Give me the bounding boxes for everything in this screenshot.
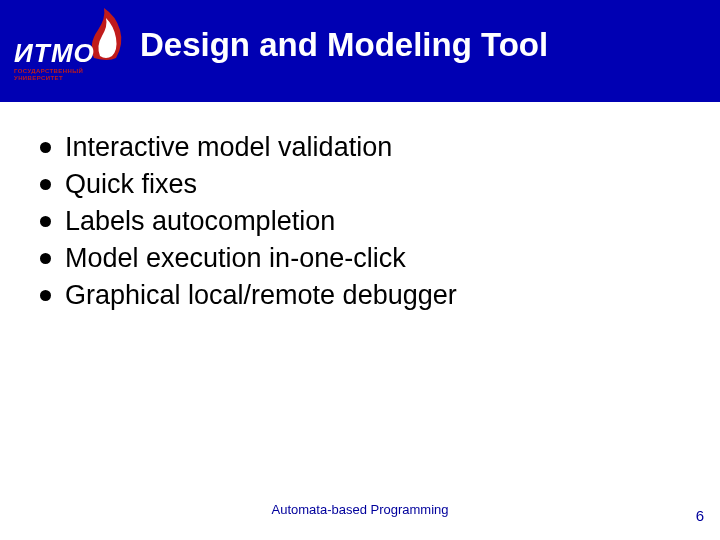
- footer-text: Automata-based Programming: [271, 502, 448, 517]
- slide-header: ИТМО ГОСУДАРСТВЕННЫЙ УНИВЕРСИТЕТ Design …: [0, 0, 720, 102]
- bullet-text: Labels autocompletion: [65, 206, 335, 237]
- bullet-text: Interactive model validation: [65, 132, 392, 163]
- bullet-icon: [40, 179, 51, 190]
- bullet-text: Graphical local/remote debugger: [65, 280, 457, 311]
- bullet-icon: [40, 253, 51, 264]
- list-item: Model execution in-one-click: [40, 243, 680, 274]
- itmo-logo: ИТМО ГОСУДАРСТВЕННЫЙ УНИВЕРСИТЕТ: [14, 6, 130, 94]
- bullet-list: Interactive model validation Quick fixes…: [40, 132, 680, 311]
- bullet-icon: [40, 216, 51, 227]
- bullet-icon: [40, 142, 51, 153]
- logo-text: ИТМО: [14, 38, 95, 69]
- list-item: Graphical local/remote debugger: [40, 280, 680, 311]
- page-number: 6: [696, 507, 704, 524]
- bullet-text: Quick fixes: [65, 169, 197, 200]
- logo-subtext: ГОСУДАРСТВЕННЫЙ УНИВЕРСИТЕТ: [14, 68, 83, 81]
- slide-footer: Automata-based Programming: [0, 500, 720, 518]
- slide-title: Design and Modeling Tool: [140, 26, 548, 64]
- list-item: Quick fixes: [40, 169, 680, 200]
- bullet-text: Model execution in-one-click: [65, 243, 406, 274]
- slide: ИТМО ГОСУДАРСТВЕННЫЙ УНИВЕРСИТЕТ Design …: [0, 0, 720, 540]
- list-item: Labels autocompletion: [40, 206, 680, 237]
- slide-body: Interactive model validation Quick fixes…: [0, 102, 720, 311]
- bullet-icon: [40, 290, 51, 301]
- list-item: Interactive model validation: [40, 132, 680, 163]
